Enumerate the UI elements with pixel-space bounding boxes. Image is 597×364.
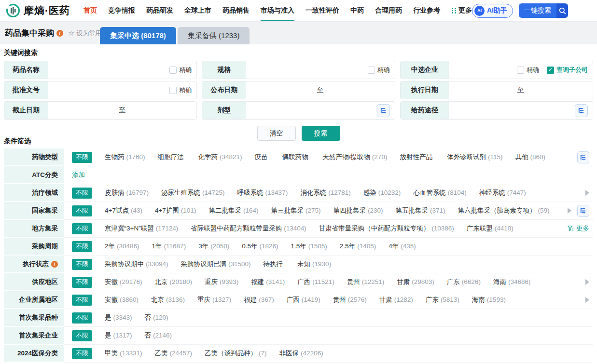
filter-option[interactable]: 乙类（谈判品种）7 <box>205 349 267 358</box>
filter-option[interactable]: 贵州2576 <box>333 296 367 304</box>
query-subsidiary-checkbox[interactable]: 查询子公司 <box>547 66 588 74</box>
filter-option[interactable]: 待执行 <box>264 260 285 269</box>
filter-option[interactable]: 省际联盟中药配方颗粒带量采购13404 <box>191 224 306 233</box>
brand-logo[interactable]: 摩熵·医药 <box>6 3 70 18</box>
checkbox-checked-icon[interactable] <box>547 67 554 74</box>
filter-option[interactable]: 4年435 <box>389 242 416 251</box>
info-icon[interactable]: i <box>51 261 58 268</box>
expand-arrow-icon[interactable] <box>568 208 571 214</box>
filter-option[interactable]: 甲类13331 <box>105 349 142 358</box>
filter-option[interactable]: 北京20180 <box>155 278 193 286</box>
any-button[interactable]: 不限 <box>72 223 92 234</box>
filter-option[interactable]: 1年11687 <box>152 242 186 251</box>
any-button[interactable]: 不限 <box>72 152 92 163</box>
nav-item-market-access[interactable]: 市场与准入 <box>261 0 294 21</box>
filter-option[interactable]: 第三批集采275 <box>271 206 320 215</box>
search-button[interactable]: 搜索 <box>302 126 340 141</box>
filter-option[interactable]: 重庆9393 <box>205 278 238 286</box>
exact-checkbox-approval-no[interactable]: 精确 <box>169 86 192 94</box>
filter-option[interactable]: 采购协议期已满31500 <box>181 260 251 269</box>
filter-option[interactable]: 体外诊断试剂115 <box>447 153 503 162</box>
filter-option[interactable]: 否120 <box>145 313 168 322</box>
filter-option[interactable]: 甘肃省带量采购（中药配方颗粒专项）10386 <box>319 224 454 233</box>
filter-option[interactable]: 呼吸系统13437 <box>237 189 288 197</box>
deadline-range-input[interactable]: 至 <box>48 102 196 119</box>
nav-item-home[interactable]: 首页 <box>83 0 97 21</box>
filter-option[interactable]: 第二批集采164 <box>208 206 258 215</box>
info-icon[interactable]: i <box>56 30 63 37</box>
filter-option[interactable]: 重庆1327 <box>197 296 231 304</box>
filter-option[interactable]: 1.5年1505 <box>291 242 327 251</box>
filter-option[interactable]: 泌尿生殖系统14725 <box>161 189 225 197</box>
nav-item-industry-reference[interactable]: 行业参考 <box>413 0 440 21</box>
filter-option[interactable]: 安徽20176 <box>105 278 142 286</box>
filter-option[interactable]: 非医保42206 <box>279 349 323 358</box>
nav-more-menu[interactable]: 更多 <box>451 6 472 15</box>
checkbox-icon[interactable] <box>169 67 177 74</box>
any-button[interactable]: 不限 <box>72 188 92 199</box>
tab-selected-results[interactable]: 集采中选 (80178) <box>100 27 176 44</box>
drug-name-input[interactable]: 精确 <box>48 61 196 79</box>
spec-input[interactable]: 精确 <box>246 61 394 79</box>
filter-option[interactable]: 2.5年1405 <box>340 242 376 251</box>
tree-select-icon[interactable] <box>377 104 390 117</box>
filter-option[interactable]: 安徽3860 <box>105 296 139 304</box>
filter-option[interactable]: 2年30486 <box>105 242 139 251</box>
atc-add-link[interactable]: 添加 <box>72 171 85 179</box>
expand-arrow-icon[interactable] <box>585 297 589 303</box>
nav-item-competitive-intel[interactable]: 竞争情报 <box>108 0 135 21</box>
dosage-form-input[interactable] <box>246 102 394 119</box>
filter-option[interactable]: 福建367 <box>244 296 274 304</box>
any-button[interactable]: 不限 <box>72 205 92 216</box>
filter-option[interactable]: 其他860 <box>515 153 545 162</box>
publish-date-range-input[interactable]: 至 <box>246 81 394 99</box>
tree-select-icon[interactable] <box>577 151 589 163</box>
exact-checkbox-company[interactable]: 精确 <box>517 66 539 74</box>
tree-select-icon[interactable] <box>575 104 588 117</box>
filter-option[interactable]: 3年2050 <box>198 242 229 251</box>
clear-button[interactable]: 清空 <box>257 126 296 141</box>
filter-option[interactable]: 海南1593 <box>472 296 506 304</box>
any-button[interactable]: 不限 <box>72 241 92 252</box>
filter-option[interactable]: 疫苗 <box>255 153 270 162</box>
checkbox-icon[interactable] <box>517 67 524 74</box>
expand-arrow-icon[interactable] <box>585 190 589 196</box>
filter-option[interactable]: 第四批集采230 <box>333 206 383 215</box>
any-button[interactable]: 不限 <box>72 277 92 288</box>
approval-no-input[interactable]: 精确 <box>48 81 196 99</box>
filter-option[interactable]: 消化系统12781 <box>300 189 351 197</box>
company-input[interactable]: 精确 查询子公司 <box>449 61 593 79</box>
filter-option[interactable]: 福建3141 <box>251 278 285 286</box>
checkbox-icon[interactable] <box>169 87 177 94</box>
nav-item-rational-use[interactable]: 合理用药 <box>375 0 402 21</box>
filter-option[interactable]: 偶联药物 <box>282 153 310 162</box>
filter-option[interactable]: 皮肤病16797 <box>105 189 149 197</box>
nav-item-drug-sales[interactable]: 药品销售 <box>222 0 250 21</box>
filter-option[interactable]: 否2146 <box>145 331 172 340</box>
filter-option[interactable]: 海南34686 <box>493 278 531 286</box>
exact-checkbox-spec[interactable]: 精确 <box>368 66 390 74</box>
filter-option[interactable]: 是1317 <box>105 331 132 340</box>
checkbox-icon[interactable] <box>368 67 375 74</box>
nav-item-global-launch[interactable]: 全球上市 <box>184 0 211 21</box>
nav-item-drug-rd[interactable]: 药品研发 <box>146 0 173 21</box>
exec-date-range-input[interactable]: 至 <box>449 81 593 99</box>
filter-option[interactable]: 广东6626 <box>447 278 481 286</box>
filter-option[interactable]: 放射性产品 <box>400 153 434 162</box>
filter-option[interactable]: 广西11521 <box>297 278 334 286</box>
filter-option[interactable]: 心血管系统8104 <box>413 189 467 197</box>
filter-option[interactable]: 是3343 <box>105 313 132 322</box>
exact-checkbox-drug-name[interactable]: 精确 <box>169 66 192 74</box>
filter-option[interactable]: 神经系统7447 <box>479 189 526 197</box>
filter-option[interactable]: 0.5年1826 <box>242 242 278 251</box>
more-filters-link[interactable]: 更多 <box>567 224 589 233</box>
filter-option[interactable]: 采购协议期中33094 <box>105 260 168 269</box>
filter-option[interactable]: 化学药34821 <box>198 153 242 162</box>
filter-option[interactable]: 未知1930 <box>297 260 331 269</box>
tab-backup-supply[interactable]: 集采备供 (1233) <box>178 27 250 44</box>
nav-item-consistency-eval[interactable]: 一致性评价 <box>305 0 339 21</box>
ai-assistant-button[interactable]: AI AI助手 <box>472 4 513 18</box>
quick-search-button[interactable]: 一键搜索 <box>519 3 568 18</box>
any-button[interactable]: 不限 <box>72 348 92 359</box>
filter-option[interactable]: 北京3136 <box>151 296 185 304</box>
